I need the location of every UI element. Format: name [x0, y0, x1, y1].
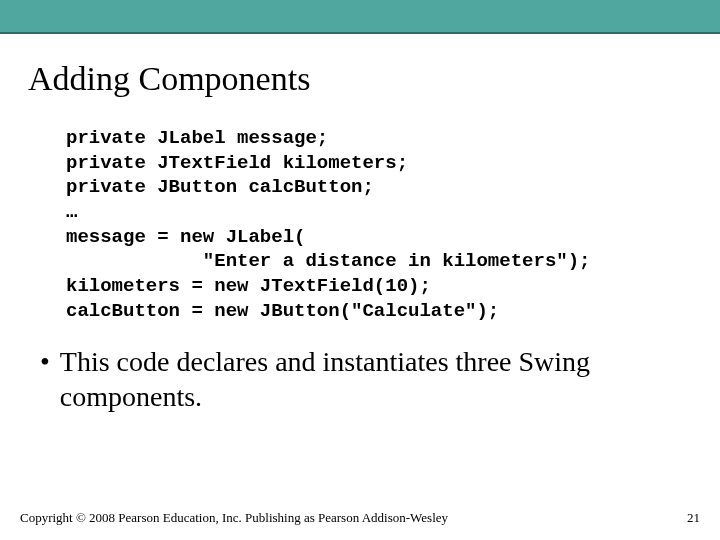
bullet-marker: • [40, 344, 50, 379]
bullet-item: • This code declares and instantiates th… [36, 344, 672, 414]
page-number: 21 [687, 510, 700, 526]
copyright-text: Copyright © 2008 Pearson Education, Inc.… [20, 510, 448, 526]
bullet-text: This code declares and instantiates thre… [60, 344, 672, 414]
header-color-bar [0, 0, 720, 32]
slide-title: Adding Components [28, 60, 692, 98]
code-block: private JLabel message; private JTextFie… [66, 126, 692, 324]
slide-footer: Copyright © 2008 Pearson Education, Inc.… [20, 510, 700, 526]
header-spacer [0, 34, 720, 52]
slide-content: Adding Components private JLabel message… [0, 60, 720, 414]
